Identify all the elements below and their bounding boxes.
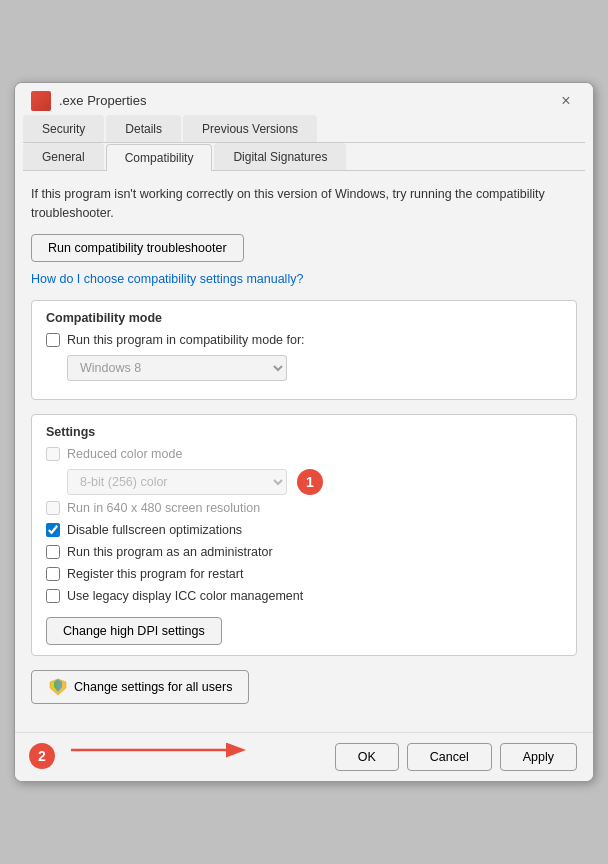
- compatibility-mode-checkbox[interactable]: [46, 333, 60, 347]
- badge-2: 2: [29, 743, 55, 769]
- badge-1: 1: [297, 469, 323, 495]
- icc-checkbox-row: Use legacy display ICC color management: [46, 589, 562, 603]
- settings-section: Settings Reduced color mode 8-bit (256) …: [31, 414, 577, 656]
- fullscreen-label: Disable fullscreen optimizations: [67, 523, 242, 537]
- change-all-users-button[interactable]: Change settings for all users: [31, 670, 249, 704]
- restart-checkbox[interactable]: [46, 567, 60, 581]
- compatibility-mode-checkbox-row: Run this program in compatibility mode f…: [46, 333, 562, 347]
- icc-label: Use legacy display ICC color management: [67, 589, 303, 603]
- window-title: .exe Properties: [59, 93, 146, 108]
- resolution-checkbox-row: Run in 640 x 480 screen resolution: [46, 501, 562, 515]
- tab-security[interactable]: Security: [23, 115, 104, 142]
- admin-checkbox[interactable]: [46, 545, 60, 559]
- settings-title: Settings: [46, 425, 562, 439]
- title-bar: .exe Properties ×: [15, 83, 593, 115]
- fullscreen-checkbox[interactable]: [46, 523, 60, 537]
- title-bar-left: .exe Properties: [31, 91, 146, 111]
- restart-checkbox-row: Register this program for restart: [46, 567, 562, 581]
- main-content: If this program isn't working correctly …: [15, 171, 593, 733]
- resolution-label: Run in 640 x 480 screen resolution: [67, 501, 260, 515]
- footer: 2 OK Cancel Apply: [15, 732, 593, 781]
- tab-general[interactable]: General: [23, 143, 104, 170]
- reduced-color-checkbox[interactable]: [46, 447, 60, 461]
- tab-row-2: General Compatibility Digital Signatures: [23, 143, 585, 171]
- tab-row-1: Security Details Previous Versions: [23, 115, 585, 143]
- fullscreen-checkbox-row: Disable fullscreen optimizations: [46, 523, 562, 537]
- change-dpi-button[interactable]: Change high DPI settings: [46, 617, 222, 645]
- compatibility-dropdown[interactable]: Windows 8 Windows 7 Windows Vista Window…: [67, 355, 287, 381]
- properties-window: .exe Properties × Security Details Previ…: [14, 82, 594, 783]
- app-icon: [31, 91, 51, 111]
- color-dropdown[interactable]: 8-bit (256) color: [67, 469, 287, 495]
- tab-previous-versions[interactable]: Previous Versions: [183, 115, 317, 142]
- arrow-icon: [71, 739, 251, 761]
- change-all-label: Change settings for all users: [74, 680, 232, 694]
- shield-icon: [48, 677, 68, 697]
- ok-button[interactable]: OK: [335, 743, 399, 771]
- apply-button[interactable]: Apply: [500, 743, 577, 771]
- run-troubleshooter-button[interactable]: Run compatibility troubleshooter: [31, 234, 244, 262]
- admin-checkbox-row: Run this program as an administrator: [46, 545, 562, 559]
- intro-text: If this program isn't working correctly …: [31, 185, 577, 223]
- compatibility-mode-section: Compatibility mode Run this program in c…: [31, 300, 577, 400]
- compatibility-mode-label: Run this program in compatibility mode f…: [67, 333, 305, 347]
- restart-label: Register this program for restart: [67, 567, 243, 581]
- tab-compatibility[interactable]: Compatibility: [106, 144, 213, 171]
- color-dropdown-wrapper: 8-bit (256) color 1: [67, 469, 562, 495]
- resolution-checkbox[interactable]: [46, 501, 60, 515]
- tab-digital-signatures[interactable]: Digital Signatures: [214, 143, 346, 170]
- icc-checkbox[interactable]: [46, 589, 60, 603]
- compatibility-dropdown-row: Windows 8 Windows 7 Windows Vista Window…: [67, 355, 562, 381]
- admin-label: Run this program as an administrator: [67, 545, 273, 559]
- tabs-area: Security Details Previous Versions Gener…: [15, 115, 593, 171]
- reduced-color-label: Reduced color mode: [67, 447, 182, 461]
- compatibility-mode-title: Compatibility mode: [46, 311, 562, 325]
- tab-details[interactable]: Details: [106, 115, 181, 142]
- reduced-color-checkbox-row: Reduced color mode: [46, 447, 562, 461]
- cancel-button[interactable]: Cancel: [407, 743, 492, 771]
- help-link[interactable]: How do I choose compatibility settings m…: [31, 272, 577, 286]
- close-button[interactable]: ×: [551, 91, 581, 111]
